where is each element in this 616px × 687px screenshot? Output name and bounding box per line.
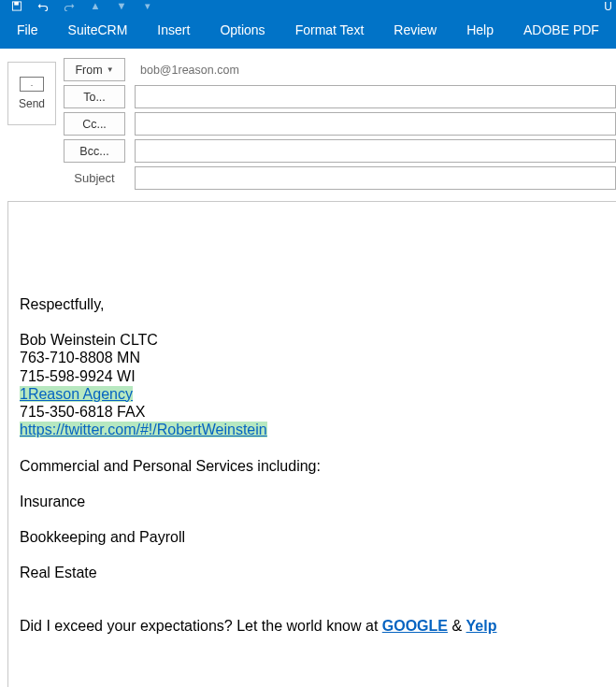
tab-help[interactable]: Help xyxy=(466,22,494,37)
from-label: From xyxy=(75,64,102,77)
tab-suitecrm[interactable]: SuiteCRM xyxy=(68,22,128,37)
to-input[interactable] xyxy=(135,85,616,108)
sig-name: Bob Weinstein CLTC xyxy=(20,331,607,349)
compose-header: Send From ▼ bob@1reason.com To... Cc... … xyxy=(0,49,616,193)
tab-format-text[interactable]: Format Text xyxy=(295,22,365,37)
ribbon-tabs: File SuiteCRM Insert Options Format Text… xyxy=(0,11,616,49)
undo-icon[interactable] xyxy=(36,0,50,11)
bcc-button[interactable]: Bcc... xyxy=(64,139,125,163)
sig-phone-mn: 763-710-8808 MN xyxy=(20,349,607,366)
review-line: Did I exceed your expectations? Let the … xyxy=(20,617,607,635)
review-amp: & xyxy=(448,618,466,634)
subject-label: Subject xyxy=(64,171,125,185)
tab-file[interactable]: File xyxy=(17,22,38,37)
envelope-icon xyxy=(20,77,44,92)
down-icon[interactable]: ▼ xyxy=(114,0,129,11)
yelp-link[interactable]: Yelp xyxy=(466,618,497,634)
tab-options[interactable]: Options xyxy=(220,22,265,37)
bcc-input[interactable] xyxy=(135,139,616,163)
message-body[interactable]: Respectfully, Bob Weinstein CLTC 763-710… xyxy=(7,201,616,687)
to-button[interactable]: To... xyxy=(64,85,125,108)
cc-input[interactable] xyxy=(135,112,616,136)
up-icon[interactable]: ▲ xyxy=(88,0,103,11)
cc-button[interactable]: Cc... xyxy=(64,112,125,136)
sig-phone-wi: 715-598-9924 WI xyxy=(20,367,607,385)
from-value[interactable]: bob@1reason.com xyxy=(135,64,616,77)
svg-rect-1 xyxy=(14,1,19,5)
review-prefix: Did I exceed your expectations? Let the … xyxy=(20,618,382,634)
save-icon[interactable] xyxy=(9,0,24,11)
cc-label: Cc... xyxy=(82,118,107,131)
to-label: To... xyxy=(83,91,106,104)
tab-adobe-pdf[interactable]: ADOBE PDF xyxy=(523,22,599,37)
tab-review[interactable]: Review xyxy=(394,22,437,37)
send-label: Send xyxy=(19,97,45,110)
sig-twitter-link[interactable]: https://twitter.com/#!/RobertWeinstein xyxy=(20,422,267,437)
service-insurance: Insurance xyxy=(20,493,607,510)
google-link[interactable]: GOOGLE xyxy=(382,618,448,634)
redo-icon[interactable] xyxy=(62,0,77,11)
from-button[interactable]: From ▼ xyxy=(64,58,125,81)
send-button[interactable]: Send xyxy=(7,62,56,125)
sig-closing: Respectfully, xyxy=(20,295,607,313)
chevron-down-icon: ▼ xyxy=(107,65,114,74)
header-fields: From ▼ bob@1reason.com To... Cc... Bcc..… xyxy=(64,58,616,193)
title-right-text: U xyxy=(604,0,616,13)
sig-fax: 715-350-6818 FAX xyxy=(20,403,607,421)
service-bookkeeping: Bookkeeping and Payroll xyxy=(20,528,607,546)
quick-access-toolbar: ▲ ▼ ▾ U xyxy=(0,0,616,11)
services-heading: Commercial and Personal Services includi… xyxy=(20,457,607,475)
subject-input[interactable] xyxy=(135,166,616,190)
service-realestate: Real Estate xyxy=(20,564,607,581)
bcc-label: Bcc... xyxy=(79,145,108,158)
customize-qat-icon[interactable]: ▾ xyxy=(140,0,155,11)
sig-agency-link[interactable]: 1Reason Agency xyxy=(20,386,133,402)
tab-insert[interactable]: Insert xyxy=(157,22,190,37)
